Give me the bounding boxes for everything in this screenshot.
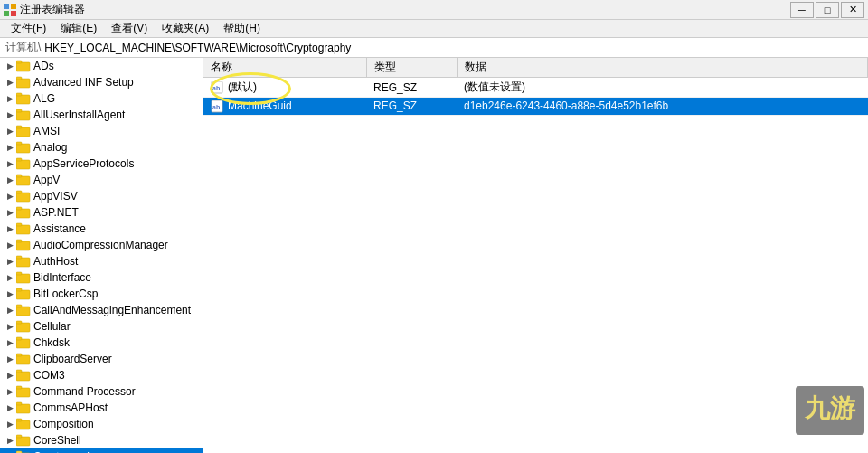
- tree-arrow-icon: ▶: [4, 58, 16, 74]
- tree-item-com3[interactable]: ▶ COM3: [0, 367, 203, 383]
- tree-item-label: ALG: [33, 92, 55, 105]
- address-bar: 计算机\ HKEY_LOCAL_MACHINE\SOFTWARE\Microso…: [0, 38, 868, 58]
- tree-item-authhost[interactable]: ▶ AuthHost: [0, 253, 203, 269]
- folder-icon: [16, 206, 31, 219]
- svg-rect-10: [16, 111, 30, 120]
- tree-item-advanced-inf-setup[interactable]: ▶ Advanced INF Setup: [0, 74, 203, 90]
- tree-item-amsi[interactable]: ▶ AMSI: [0, 123, 203, 139]
- tree-arrow-icon: ▶: [4, 221, 16, 237]
- tree-item-bidinterface[interactable]: ▶ BidInterface: [0, 269, 203, 286]
- tree-panel[interactable]: ▶ ADs▶ Advanced INF Setup▶ ALG▶ AllUserI…: [0, 58, 203, 453]
- menu-view[interactable]: 查看(V): [104, 19, 155, 38]
- svg-text:ab: ab: [212, 85, 220, 91]
- folder-icon: [16, 76, 31, 89]
- reg-name-text: (默认): [228, 80, 257, 93]
- tree-item-label: AppVISV: [33, 190, 78, 203]
- svg-text:九游: 九游: [804, 394, 856, 422]
- tree-item-bitlockercsp[interactable]: ▶ BitLockerCsp: [0, 286, 203, 302]
- svg-rect-1: [11, 4, 16, 9]
- tree-arrow-icon: ▶: [4, 156, 16, 172]
- tree-item-coreshell[interactable]: ▶ CoreShell: [0, 432, 203, 448]
- folder-icon: [16, 141, 31, 154]
- menu-help[interactable]: 帮助(H): [216, 19, 268, 38]
- svg-rect-4: [16, 62, 30, 71]
- reg-name-cell: ab (默认): [203, 78, 366, 98]
- svg-rect-51: [16, 435, 22, 438]
- tree-item-label: AudioCompressionManager: [33, 239, 168, 251]
- svg-rect-29: [16, 256, 22, 259]
- folder-icon: [16, 304, 31, 316]
- tree-arrow-icon: ▶: [4, 172, 16, 188]
- col-type[interactable]: 类型: [366, 58, 457, 78]
- reg-sz-icon: ab: [211, 100, 225, 113]
- svg-rect-33: [16, 288, 22, 291]
- tree-item-commsaphost[interactable]: ▶ CommsAPHost: [0, 400, 203, 416]
- folder-icon: [16, 353, 31, 365]
- tree-item-label: BitLockerCsp: [33, 288, 98, 300]
- svg-rect-20: [16, 193, 30, 202]
- col-name[interactable]: 名称: [203, 58, 366, 78]
- tree-item-label: Cellular: [33, 320, 71, 333]
- folder-icon: [16, 385, 31, 398]
- watermark-text: 九游: [796, 386, 864, 435]
- table-row[interactable]: ab MachineGuidREG_SZd1eb246e-6243-4460-a…: [203, 98, 868, 116]
- tree-item-callandmessagingenhancement[interactable]: ▶ CallAndMessagingEnhancement: [0, 302, 203, 318]
- svg-rect-36: [16, 323, 30, 332]
- tree-item-assistance[interactable]: ▶ Assistance: [0, 221, 203, 237]
- svg-rect-41: [16, 354, 22, 356]
- tree-item-appserviceprotocols[interactable]: ▶ AppServiceProtocols: [0, 156, 203, 172]
- tree-item-alg[interactable]: ▶ ALG: [0, 90, 203, 107]
- menu-file[interactable]: 文件(F): [4, 19, 53, 38]
- tree-item-chkdsk[interactable]: ▶ Chkdsk: [0, 335, 203, 351]
- tree-item-composition[interactable]: ▶ Composition: [0, 416, 203, 432]
- tree-item-commandprocessor[interactable]: ▶ Command Processor: [0, 383, 203, 400]
- folder-icon: [16, 109, 31, 121]
- tree-item-label: BidInterface: [33, 271, 91, 284]
- col-data[interactable]: 数据: [457, 58, 868, 78]
- tree-item-analog[interactable]: ▶ Analog: [0, 139, 203, 156]
- tree-item-cellular[interactable]: ▶ Cellular: [0, 318, 203, 335]
- menu-edit[interactable]: 编辑(E): [53, 19, 104, 38]
- tree-arrow-icon: ▶: [4, 351, 16, 367]
- menu-favorites[interactable]: 收藏夹(A): [155, 19, 216, 38]
- folder-icon: [16, 239, 31, 251]
- folder-icon: [16, 434, 31, 447]
- tree-item-label: Advanced INF Setup: [33, 76, 134, 89]
- tree-item-appvisv[interactable]: ▶ AppVISV: [0, 188, 203, 204]
- tree-item-label: COM3: [33, 369, 65, 382]
- svg-rect-5: [16, 61, 22, 63]
- tree-item-label: ASP.NET: [33, 206, 79, 219]
- tree-item-aspnet[interactable]: ▶ ASP.NET: [0, 204, 203, 221]
- folder-icon: [16, 174, 31, 186]
- tree-item-label: ClipboardServer: [33, 353, 112, 365]
- svg-rect-35: [16, 305, 22, 307]
- svg-rect-46: [16, 404, 30, 413]
- tree-item-appv[interactable]: ▶ AppV: [0, 172, 203, 188]
- tree-arrow-icon: ▶: [4, 237, 16, 253]
- tree-item-audiocompressionmanager[interactable]: ▶ AudioCompressionManager: [0, 237, 203, 253]
- close-button[interactable]: ✕: [841, 2, 864, 18]
- tree-item-ads[interactable]: ▶ ADs: [0, 58, 203, 74]
- svg-rect-11: [16, 109, 22, 112]
- folder-icon: [16, 288, 31, 300]
- main-content: ▶ ADs▶ Advanced INF Setup▶ ALG▶ AllUserI…: [0, 58, 868, 453]
- tree-item-label: CommsAPHost: [33, 401, 108, 414]
- folder-icon: [16, 255, 31, 268]
- tree-arrow-icon: ▶: [4, 302, 16, 318]
- tree-item-alluserinstallagent[interactable]: ▶ AllUserInstallAgent: [0, 107, 203, 123]
- reg-data-cell: (数值未设置): [457, 78, 868, 98]
- tree-arrow-icon: ▶: [4, 383, 16, 400]
- minimize-button[interactable]: ─: [790, 2, 814, 18]
- maximize-button[interactable]: □: [816, 2, 839, 18]
- address-path: HKEY_LOCAL_MACHINE\SOFTWARE\Microsoft\Cr…: [44, 42, 863, 54]
- table-row[interactable]: ab (默认)REG_SZ(数值未设置): [203, 78, 868, 98]
- tree-arrow-icon: ▶: [4, 253, 16, 269]
- tree-item-clipboardserver[interactable]: ▶ ClipboardServer: [0, 351, 203, 367]
- tree-arrow-icon: ▶: [4, 416, 16, 432]
- svg-rect-25: [16, 223, 22, 226]
- tree-item-cryptography[interactable]: ▼ Cryptography: [0, 448, 203, 453]
- folder-icon: [16, 92, 31, 105]
- tree-item-label: Chkdsk: [33, 336, 70, 349]
- address-label: 计算机\: [5, 40, 41, 55]
- folder-icon: [16, 418, 31, 430]
